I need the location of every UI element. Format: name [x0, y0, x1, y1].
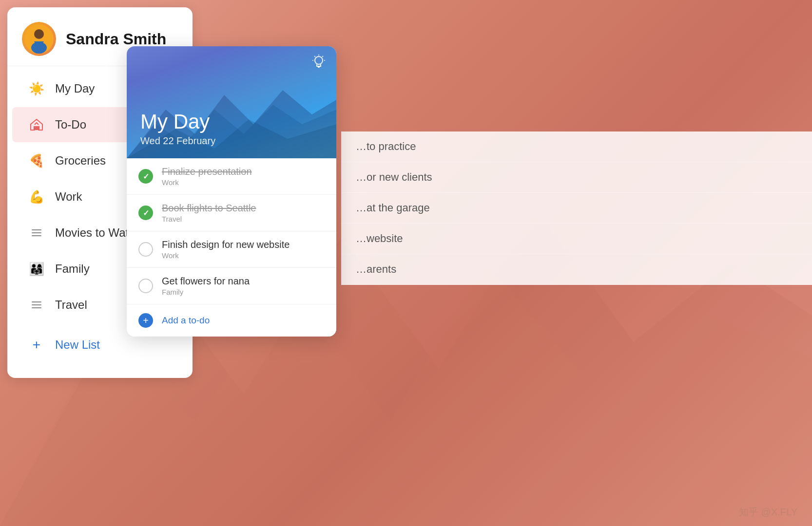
task-item-design[interactable]: Finish design for new website Work: [127, 231, 336, 268]
list-icon-svg: [30, 226, 43, 239]
todo-icon-svg: [30, 118, 43, 132]
travel-list-svg: [30, 299, 43, 311]
sidebar-item-label: Travel: [55, 298, 87, 312]
user-name: Sandra Smith: [66, 30, 166, 48]
task-subtitle-1: Work: [162, 178, 325, 187]
task-item-flights[interactable]: Book flights to Seattle Travel: [127, 195, 336, 231]
avatar-image: [24, 24, 54, 54]
task-subtitle-4: Family: [162, 288, 325, 296]
myday-date: Wed 22 February: [140, 135, 323, 147]
sun-icon: ☀️: [27, 79, 46, 98]
task-checkbox-3[interactable]: [138, 242, 153, 257]
sidebar-item-label: Movies to Wat: [55, 226, 129, 240]
home-icon: [27, 115, 46, 134]
add-todo-label: Add a to-do: [162, 315, 210, 326]
travel-list-icon: [27, 295, 46, 315]
task-subtitle-3: Work: [162, 251, 325, 260]
main-task-item: …arents: [341, 254, 812, 285]
myday-header: My Day Wed 22 February: [127, 46, 336, 158]
sidebar-item-label: Work: [55, 190, 82, 204]
task-checkbox-2[interactable]: [138, 206, 153, 220]
task-checkbox-4[interactable]: [138, 279, 153, 293]
lightbulb-icon[interactable]: [311, 54, 327, 73]
task-content-3: Finish design for new website Work: [162, 239, 325, 260]
svg-rect-5: [35, 127, 38, 130]
muscle-icon: 💪: [27, 187, 46, 207]
task-subtitle-2: Travel: [162, 215, 325, 223]
main-task-item: …website: [341, 224, 812, 254]
task-title-3: Finish design for new website: [162, 239, 325, 250]
svg-line-19: [322, 56, 323, 57]
myday-title: My Day: [140, 110, 323, 133]
svg-point-3: [34, 29, 44, 39]
main-task-item: …to practice: [341, 132, 812, 162]
task-title-1: Finalize presentation: [162, 166, 325, 177]
task-content-4: Get flowers for nana Family: [162, 276, 325, 296]
svg-line-21: [314, 56, 315, 57]
task-list: Finalize presentation Work Book flights …: [127, 158, 336, 304]
sidebar-item-label: Family: [55, 262, 90, 276]
watermark: 知乎 @X.FLY: [739, 506, 797, 519]
task-content-2: Book flights to Seattle Travel: [162, 203, 325, 223]
sidebar-item-label: To-Do: [55, 118, 86, 132]
avatar: [22, 22, 56, 56]
sidebar-item-label: My Day: [55, 82, 95, 95]
pizza-icon: 🍕: [27, 151, 46, 170]
main-task-item: …at the garage: [341, 193, 812, 224]
plus-icon: +: [27, 335, 46, 355]
task-title-2: Book flights to Seattle: [162, 203, 325, 214]
task-item-finalize[interactable]: Finalize presentation Work: [127, 158, 336, 195]
task-content-1: Finalize presentation Work: [162, 166, 325, 187]
family-icon: 👨‍👩‍👧: [27, 259, 46, 279]
main-task-list: …to practice …or new clients …at the gar…: [341, 132, 812, 526]
sidebar-item-label: Groceries: [55, 154, 106, 168]
myday-panel: My Day Wed 22 February Finalize presenta…: [127, 46, 336, 337]
list-icon: [27, 223, 46, 243]
task-title-4: Get flowers for nana: [162, 276, 325, 287]
lightbulb-svg: [311, 54, 327, 70]
task-item-flowers[interactable]: Get flowers for nana Family: [127, 268, 336, 304]
task-checkbox-1[interactable]: [138, 169, 153, 184]
add-todo-button[interactable]: + Add a to-do: [127, 304, 336, 337]
add-icon: +: [138, 313, 153, 328]
svg-point-15: [315, 56, 323, 64]
new-list-label: New List: [55, 338, 100, 352]
main-task-item: …or new clients: [341, 162, 812, 193]
